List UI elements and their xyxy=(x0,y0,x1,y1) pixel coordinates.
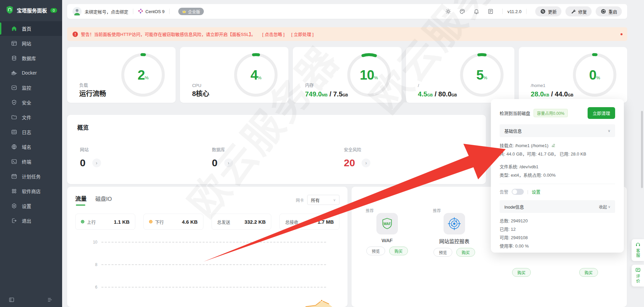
waf-icon: WAF xyxy=(376,213,398,234)
message-count-badge[interactable]: 0 xyxy=(50,8,57,13)
restart-button[interactable]: 重启 xyxy=(596,6,622,16)
chip-label: 下行 xyxy=(155,219,164,225)
divider xyxy=(526,9,526,14)
chip-label: 上行 xyxy=(87,219,96,225)
edition-badge[interactable]: 企业版 xyxy=(178,8,204,15)
gauge-label: CPU xyxy=(192,83,201,88)
monitor-icon xyxy=(11,85,17,91)
overview-item-网站: 网站 0 › xyxy=(80,146,212,169)
sidebar-item-monitor[interactable]: 监控 xyxy=(0,80,62,95)
app-title: 宝塔服务面板 xyxy=(17,7,47,14)
overview-item-label: 网站 xyxy=(80,146,212,152)
tab-流量[interactable]: 流量 xyxy=(75,194,87,206)
gauge-percent: 4 xyxy=(250,68,258,83)
buy-button[interactable]: 购买 xyxy=(512,268,531,277)
gauge-card-/home1[interactable]: 0%/home128.0KB / 44.0GB xyxy=(519,47,627,103)
alarm-label: 告警 xyxy=(500,188,508,195)
update-icon xyxy=(540,8,546,14)
divider xyxy=(133,9,133,14)
alarm-settings-link[interactable]: 设置 xyxy=(532,188,540,195)
sidebar-item-label: 日志 xyxy=(22,129,31,135)
inode-line: 总数: 2949120 xyxy=(500,217,615,225)
side-tab-客服[interactable]: 客服 xyxy=(632,239,644,261)
sidebar-item-label: 监控 xyxy=(22,84,31,91)
scrollbar-thumb[interactable] xyxy=(641,111,643,188)
palette-icon[interactable] xyxy=(459,8,465,14)
bell-icon[interactable] xyxy=(473,8,479,14)
gauge-label: / xyxy=(418,83,419,88)
sidebar-item-domain[interactable]: 域名 xyxy=(0,139,62,154)
sidebar-item-appstore[interactable]: 软件商店 xyxy=(0,184,62,199)
repair-button[interactable]: 修复 xyxy=(565,6,592,16)
sidebar-item-label: 文件 xyxy=(22,114,31,121)
website-icon xyxy=(11,40,17,46)
site-monitor-icon xyxy=(444,213,465,234)
avatar[interactable] xyxy=(73,7,82,16)
capacity-usage-badge: 容量占用0.00% xyxy=(534,109,568,117)
buy-button[interactable]: 购买 xyxy=(456,248,475,257)
sidebar-item-terminal[interactable]: 终端 xyxy=(0,154,62,169)
gauge-percent: 0 xyxy=(589,68,596,83)
basic-info-section-header[interactable]: 基础信息 ∨ xyxy=(500,124,615,137)
inode-section-header[interactable]: Inode信息 收起∨ xyxy=(500,200,615,213)
banner-indicator-dot xyxy=(620,33,623,35)
sidebar-item-security[interactable]: 安全 xyxy=(0,95,62,110)
y-axis-tick: 6 xyxy=(95,285,97,290)
overview-item-数据库: 数据库 0 › xyxy=(212,146,344,169)
divider xyxy=(502,9,503,14)
ignore-warning-link[interactable]: [ 点击忽略 ] xyxy=(262,31,284,37)
memo-icon[interactable] xyxy=(488,8,494,14)
menu-list-icon[interactable] xyxy=(47,297,53,304)
gauge-card-/[interactable]: 5%/4.5GB / 80.0GB xyxy=(406,47,514,103)
chip-value: 1.1 KB xyxy=(114,219,130,225)
sidebar-item-logs[interactable]: 日志 xyxy=(0,125,62,139)
gauge-value: 运行流畅 xyxy=(79,88,106,98)
sidebar-item-database[interactable]: 数据库 xyxy=(0,51,62,65)
recommend-tag: 推荐 xyxy=(433,208,441,213)
ssl-warning-banner: ! 警告！当前面板使用HTTP访问，可能存在被窃取敏感信息风险，请立即开启【面板… xyxy=(67,27,627,41)
buy-button[interactable]: 购买 xyxy=(579,268,598,277)
update-button[interactable]: 更新 xyxy=(535,6,561,16)
alarm-toggle[interactable] xyxy=(512,189,524,195)
inode-line: 可用: 2949108 xyxy=(500,233,615,242)
logo-row[interactable]: 宝塔服务面板 0 xyxy=(0,0,62,20)
product-name: WAF xyxy=(354,237,421,243)
gauge-ring: 10% xyxy=(344,50,394,99)
product-name: 网站监控报表 xyxy=(421,237,488,245)
traffic-chip-上行: 上行1.1 KB xyxy=(75,214,135,230)
chevron-down-icon[interactable]: ∨ xyxy=(608,129,610,133)
gauge-card-CPU[interactable]: 4%CPU8核心 xyxy=(180,47,288,103)
preview-button[interactable]: 预览 xyxy=(433,248,452,257)
security-icon xyxy=(11,99,17,105)
chevron-right-icon[interactable]: › xyxy=(224,159,233,167)
svg-text:WAF: WAF xyxy=(383,222,391,226)
handle-warning-link[interactable]: [ 立即处理 ] xyxy=(291,31,313,37)
inode-line: 已用: 12 xyxy=(500,225,615,233)
chevron-right-icon[interactable]: › xyxy=(92,159,101,167)
sidebar-item-files[interactable]: 文件 xyxy=(0,110,62,125)
tab-磁盘IO[interactable]: 磁盘IO xyxy=(95,194,112,206)
sidebar-item-website[interactable]: 网站 xyxy=(0,36,62,51)
buy-button[interactable]: 购买 xyxy=(389,247,408,255)
sidebar-item-docker[interactable]: Docker xyxy=(0,65,62,80)
gauge-card-负载[interactable]: 2%负载运行流畅 xyxy=(67,47,176,103)
nic-select[interactable]: 所有 ∨ xyxy=(307,195,339,205)
sidebar-item-settings[interactable]: 设置 xyxy=(0,199,62,213)
clean-now-button[interactable]: 立即清理 xyxy=(588,107,615,119)
theme-icon[interactable] xyxy=(445,8,451,14)
chevron-right-icon[interactable]: › xyxy=(362,159,370,167)
gauge-card-内存[interactable]: 10%内存749.0MB / 7.5GB xyxy=(293,47,401,103)
side-tab-评价[interactable]: 评价 xyxy=(632,265,644,287)
collapse-toggle[interactable]: 收起∨ xyxy=(599,204,610,210)
recommend-tag: 推荐 xyxy=(366,208,374,213)
sidebar-item-label: 退出 xyxy=(22,217,31,224)
preview-button[interactable]: 预览 xyxy=(366,247,385,255)
edit-icon[interactable] xyxy=(551,143,556,147)
sidebar-item-cron[interactable]: 计划任务 xyxy=(0,169,62,184)
sidebar-item-logout[interactable]: 退出 xyxy=(0,213,62,228)
sidebar-item-home[interactable]: 首页 xyxy=(0,21,62,36)
overview-item-label: 安全风险 xyxy=(344,146,476,152)
collapse-sidebar-icon[interactable] xyxy=(9,297,14,304)
sidebar-item-label: 计划任务 xyxy=(22,173,41,180)
bind-account-link[interactable]: 未绑定帐号，点击绑定 xyxy=(85,8,128,15)
